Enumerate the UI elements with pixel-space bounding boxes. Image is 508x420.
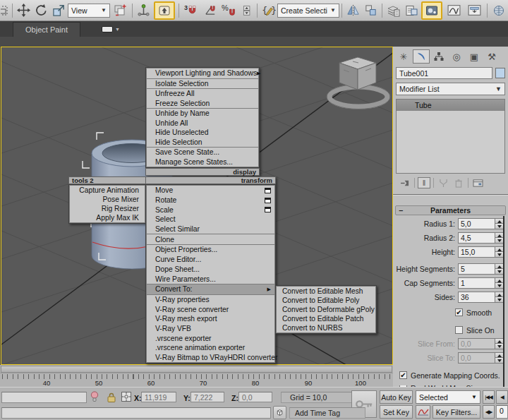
menu-item-v-ray-vfb[interactable]: V-Ray VFB [147,324,274,334]
tab-motion-icon[interactable]: ◎ [448,49,465,64]
menu-item-vrscene-animation-exporter[interactable]: .vrscene animation exporter [147,343,274,353]
param-field-sides[interactable]: 36 [458,292,495,303]
scene-explorer-icon[interactable] [402,1,420,20]
menu-item-convert-to-deformable-gpoly[interactable]: Convert to Deformable gPoly [277,305,375,314]
menu-item-unhide-by-name[interactable]: Unhide by Name [147,109,258,119]
helper-gizmo[interactable] [327,57,390,109]
schematic-view-icon[interactable] [464,1,485,20]
menu-item-apply-max-ik[interactable]: Apply Max IK [70,213,145,222]
tab-create-icon[interactable]: ✳ [395,49,412,64]
settings-box-icon[interactable] [265,188,271,193]
curve-editor-icon[interactable] [444,1,464,20]
default-tangent-button[interactable] [416,405,430,419]
modifier-list-dropdown[interactable]: Modifier List ▼ [396,83,505,95]
menu-item-clone[interactable]: Clone [147,234,274,244]
named-selection-sets-dropdown[interactable]: Create Selection Se ▼ [277,4,339,18]
param-field-cap-segments[interactable]: 1 [458,277,495,289]
adaptive-degradation-toggle[interactable] [273,406,286,419]
x-coordinate-field[interactable]: 11,919 [141,392,176,402]
remove-modifier-icon[interactable] [452,177,465,188]
select-rotate-icon[interactable] [32,1,50,20]
object-color-swatch[interactable] [495,68,505,78]
generate-mapping-checkbox[interactable] [399,371,407,379]
tab-display-icon[interactable]: ▣ [466,49,483,64]
tab-modify-icon[interactable] [413,49,430,64]
set-key-button[interactable]: Set Key [380,405,413,419]
menu-item-manage-scene-states[interactable]: Manage Scene States... [147,157,258,167]
make-unique-icon[interactable] [437,177,449,188]
key-filters-button[interactable]: Key Filters... [433,405,480,419]
use-pivot-center-icon[interactable] [110,1,130,20]
align-icon[interactable] [362,1,380,20]
menu-item-save-scene-state[interactable]: Save Scene State... [147,148,258,157]
slice-on-checkbox-row[interactable]: Slice On [393,325,508,335]
go-to-start-button[interactable]: |◀◀ [483,390,495,404]
track-bar-ruler[interactable]: 405060708090100 [0,373,393,386]
menu-item-viewport-lighting-and-shadows[interactable]: Viewport Lighting and Shadows▶ [147,68,258,78]
time-slider[interactable] [1,366,392,373]
key-step-toggle[interactable]: ◀▶ [483,405,495,419]
menu-item-select[interactable]: Select [147,215,274,224]
settings-box-icon[interactable] [265,207,271,212]
auto-key-button[interactable]: Auto Key [380,390,413,404]
menu-item-v-ray-bitmap-to-vrayhdri-converter[interactable]: V-Ray Bitmap to VRayHDRI converter [147,353,274,363]
y-coordinate-field[interactable]: 7,222 [190,392,224,402]
spinner-snap-toggle-icon[interactable] [239,1,255,20]
snaps-toggle-3d-icon[interactable]: 3 [181,1,201,20]
menu-item-convert-to-editable-patch[interactable]: Convert to Editable Patch [277,314,375,323]
param-field-height-segments[interactable]: 5 [458,263,495,275]
menu-item-wire-parameters[interactable]: Wire Parameters... [147,274,274,284]
menu-item-rig-resizer[interactable]: Rig Resizer [70,204,145,213]
menu-item-convert-to-editable-mesh[interactable]: Convert to Editable Mesh [277,287,375,296]
menu-item-dope-sheet[interactable]: Dope Sheet... [147,265,274,275]
menu-item-convert-to-nurbs[interactable]: Convert to NURBS [277,323,375,332]
parameters-rollout-header[interactable]: − Parameters [395,205,506,215]
reference-coordinate-dropdown[interactable]: View ▼ [68,4,110,18]
menu-item-hide-unselected[interactable]: Hide Unselected [147,128,258,138]
keyboard-shortcut-override-toggle[interactable] [154,1,175,20]
settings-box-icon[interactable] [265,198,271,203]
menu-item-v-ray-mesh-export[interactable]: V-Ray mesh export [147,314,274,324]
percent-snap-toggle-icon[interactable]: % [219,1,239,20]
edit-named-selection-sets-icon[interactable]: {} [260,1,277,20]
window-crossing-icon[interactable] [1,1,10,20]
tab-object-paint[interactable]: Object Paint [13,22,80,37]
layer-manager-icon[interactable] [385,1,402,20]
selection-lock-icon[interactable] [107,392,116,404]
stack-item-tube[interactable]: Tube [397,100,504,111]
menu-item-object-properties[interactable]: Object Properties... [147,245,274,255]
tab-hierarchy-icon[interactable] [430,49,447,64]
menu-item-unfreeze-all[interactable]: Unfreeze All [147,89,258,99]
param-field-radius-2[interactable]: 4,5 [458,232,495,244]
menu-item-move[interactable]: Move [147,186,274,196]
smooth-checkbox-row[interactable]: Smooth [393,307,508,318]
configure-modifier-sets-icon[interactable] [471,177,484,188]
select-move-icon[interactable] [15,1,32,20]
tab-utilities-icon[interactable]: ⚒ [483,49,500,64]
key-mode-dropdown[interactable]: Selected ▼ [416,390,480,404]
menu-item-v-ray-properties[interactable]: V-Ray properties [147,295,274,305]
z-coordinate-field[interactable]: 0,0 [238,392,272,402]
menu-item-convert-to[interactable]: Convert To:▶ [147,284,274,294]
smooth-checkbox[interactable] [455,308,463,316]
menu-item-pose-mixer[interactable]: Pose Mixer [70,195,145,204]
angle-snap-toggle-icon[interactable] [201,1,219,20]
absolute-offset-mode-icon[interactable] [121,391,132,404]
select-manipulate-icon[interactable] [135,1,152,20]
render-setup-icon[interactable] [490,1,508,20]
menu-item-v-ray-scene-converter[interactable]: V-Ray scene converter [147,304,274,314]
menu-item-hide-selection[interactable]: Hide Selection [147,138,258,148]
isolate-lightbulb-icon[interactable] [90,390,99,404]
ribbon-display-dropdown[interactable]: ▼ [102,24,126,35]
current-frame-field[interactable]: 0 [496,405,508,419]
menu-item-curve-editor[interactable]: Curve Editor... [147,255,274,265]
menu-item-scale[interactable]: Scale [147,205,274,215]
generate-mapping-row[interactable]: Generate Mapping Coords. [393,370,508,380]
show-end-result-icon[interactable]: ‖ [418,177,430,188]
add-time-tag[interactable]: Add Time Tag [289,407,365,419]
previous-frame-button[interactable]: ◀ [496,390,508,404]
menu-item-vrscene-exporter[interactable]: .vrscene exporter [147,333,274,343]
select-scale-icon[interactable] [50,1,68,20]
menu-item-rotate[interactable]: Rotate [147,196,274,205]
mirror-icon[interactable] [344,1,362,20]
